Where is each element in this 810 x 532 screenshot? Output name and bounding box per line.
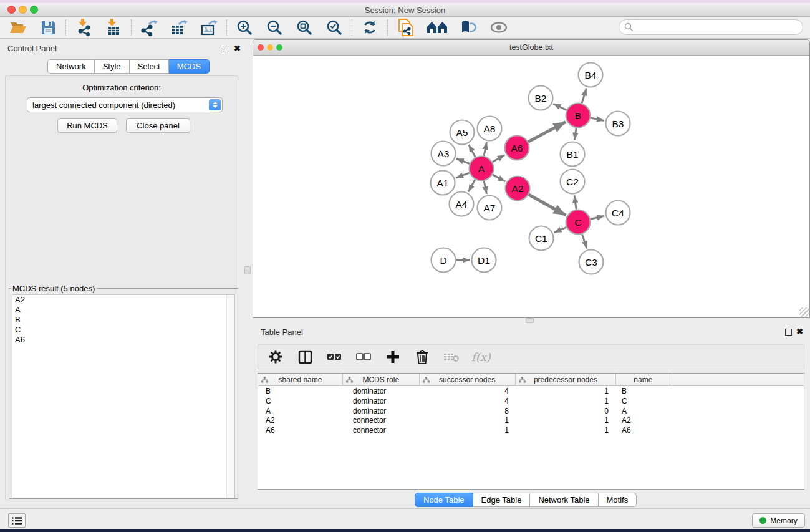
graph-edge-A6-B[interactable] <box>528 122 566 142</box>
network-canvas[interactable]: B4B2BB3B1A5A8A6A3AA1A2C2A4A7C4CC1C3DD1 <box>253 56 809 317</box>
table-tab-motifs[interactable]: Motifs <box>599 493 637 507</box>
select-all-checkboxes-icon[interactable] <box>325 347 344 366</box>
graph-edge-A-A1[interactable] <box>456 173 470 178</box>
mcds-result-scrollbar[interactable] <box>226 295 234 498</box>
graph-edge-A-A6[interactable] <box>493 155 505 162</box>
memory-button[interactable]: Memory <box>752 513 805 528</box>
column-header-successor-nodes[interactable]: successor nodes <box>420 374 516 386</box>
graph-edge-B-B3[interactable] <box>591 118 604 120</box>
graph-edge-A-A5[interactable] <box>469 145 476 157</box>
control-panel-close-icon[interactable]: ✖ <box>234 45 241 52</box>
table-panel-close-icon[interactable]: ✖ <box>796 328 803 335</box>
tab-mcds[interactable]: MCDS <box>169 59 210 74</box>
search-box[interactable] <box>619 19 803 35</box>
new-network-from-selection-icon[interactable] <box>396 18 415 37</box>
table-cell[interactable]: connector <box>343 415 420 425</box>
table-cell[interactable]: 1 <box>420 425 516 435</box>
control-panel-float-icon[interactable] <box>223 46 229 52</box>
horizontal-split-handle[interactable] <box>526 318 534 323</box>
run-mcds-button[interactable]: Run MCDS <box>57 118 117 133</box>
table-panel-float-icon[interactable] <box>785 329 792 336</box>
delete-column-icon[interactable] <box>413 347 432 366</box>
mcds-result-item[interactable]: A <box>12 305 234 315</box>
show-all-icon[interactable] <box>489 18 508 37</box>
table-cell[interactable]: B <box>617 386 671 396</box>
graph-edge-A-A8[interactable] <box>484 142 486 156</box>
delete-table-icon[interactable] <box>442 347 461 366</box>
table-cell[interactable]: 1 <box>516 425 617 435</box>
vertical-split-handle[interactable] <box>244 266 251 274</box>
graph-edge-C-C3[interactable] <box>582 234 587 248</box>
graph-edge-B-B2[interactable] <box>553 104 566 110</box>
mcds-result-item[interactable]: A6 <box>12 335 234 345</box>
zoom-out-icon[interactable] <box>265 18 284 37</box>
table-cell[interactable]: A2 <box>617 415 671 425</box>
table-cell[interactable]: 1 <box>516 386 617 396</box>
column-header-mcds-role[interactable]: MCDS role <box>343 374 420 386</box>
column-header-predecessor-nodes[interactable]: predecessor nodes <box>516 374 617 386</box>
task-history-button[interactable] <box>8 513 26 528</box>
zoom-selected-icon[interactable] <box>325 18 344 37</box>
settings-gear-icon[interactable] <box>266 347 285 366</box>
table-tab-node-table[interactable]: Node Table <box>415 493 473 507</box>
save-session-icon[interactable] <box>39 18 57 37</box>
table-cell[interactable]: 1 <box>516 415 617 425</box>
first-neighbors-icon[interactable] <box>426 18 448 37</box>
column-header-name[interactable]: name <box>616 374 670 386</box>
table-cell[interactable]: dominator <box>343 386 420 396</box>
mcds-result-item[interactable]: C <box>12 325 234 335</box>
tab-style[interactable]: Style <box>95 59 130 74</box>
graph-edge-A-A4[interactable] <box>468 180 475 192</box>
graph-edge-C-C2[interactable] <box>574 195 576 209</box>
table-cell[interactable]: 8 <box>420 406 516 416</box>
table-cell[interactable]: 4 <box>420 386 516 396</box>
table-cell[interactable]: A2 <box>258 415 343 425</box>
close-panel-button[interactable]: Close panel <box>126 118 190 133</box>
column-visibility-icon[interactable] <box>296 347 314 366</box>
import-table-icon[interactable] <box>104 18 123 37</box>
graph-edge-A2-C[interactable] <box>529 195 566 215</box>
graph-edge-A-A2[interactable] <box>493 175 505 181</box>
deselect-all-checkboxes-icon[interactable] <box>354 347 373 366</box>
export-table-icon[interactable] <box>170 18 188 37</box>
table-cell[interactable]: connector <box>343 425 420 435</box>
function-builder-icon[interactable]: f(x) <box>471 351 491 364</box>
table-tab-edge-table[interactable]: Edge Table <box>473 493 531 507</box>
open-session-icon[interactable] <box>9 18 27 37</box>
tab-network[interactable]: Network <box>47 59 95 74</box>
table-cell[interactable]: A6 <box>617 425 671 435</box>
table-tab-network-table[interactable]: Network Table <box>530 493 598 507</box>
hide-selected-icon[interactable] <box>460 18 478 37</box>
mcds-result-item[interactable]: A2 <box>12 295 234 305</box>
criterion-select[interactable]: largest connected component (directed) <box>27 97 223 112</box>
table-cell[interactable]: 1 <box>420 415 516 425</box>
table-cell[interactable]: 0 <box>516 406 617 416</box>
mcds-result-item[interactable]: B <box>12 315 234 325</box>
table-cell[interactable]: A6 <box>258 425 343 435</box>
graph-edge-C-C4[interactable] <box>591 216 604 219</box>
table-cell[interactable]: A <box>258 406 343 416</box>
graph-edge-B-B4[interactable] <box>582 89 586 104</box>
refresh-icon[interactable] <box>360 18 379 37</box>
zoom-fit-icon[interactable] <box>295 18 314 37</box>
graph-edge-A-A7[interactable] <box>484 181 486 194</box>
table-cell[interactable]: C <box>617 396 671 406</box>
table-cell[interactable]: dominator <box>343 406 420 416</box>
table-cell[interactable]: 1 <box>516 396 617 406</box>
export-network-icon[interactable] <box>140 18 158 37</box>
export-image-icon[interactable] <box>200 18 218 37</box>
table-cell[interactable]: dominator <box>343 396 420 406</box>
column-header-shared-name[interactable]: shared name <box>258 374 343 386</box>
import-network-icon[interactable] <box>74 18 93 37</box>
graph-edge-C-C1[interactable] <box>554 227 567 233</box>
add-column-icon[interactable] <box>383 347 402 366</box>
table-cell[interactable]: A <box>617 406 671 416</box>
table-cell[interactable]: C <box>258 396 343 406</box>
tab-select[interactable]: Select <box>130 59 169 74</box>
window-resize-grip[interactable] <box>799 307 809 317</box>
search-input[interactable] <box>634 22 789 32</box>
zoom-in-icon[interactable] <box>235 18 254 37</box>
graph-edge-A-A3[interactable] <box>456 158 470 163</box>
table-cell[interactable]: 4 <box>420 396 516 406</box>
graph-edge-B-B1[interactable] <box>574 128 576 140</box>
